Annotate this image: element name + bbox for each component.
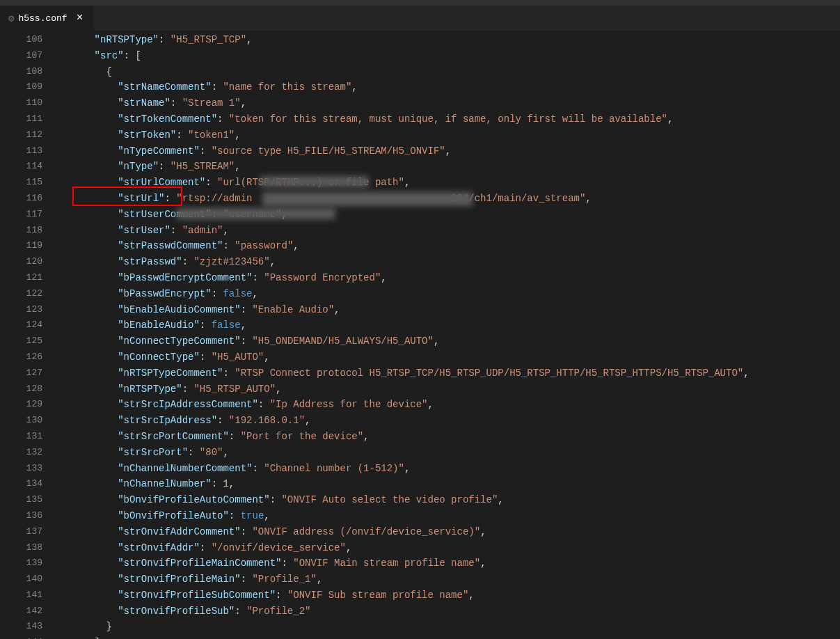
token-prop: "strUserComment" [118, 209, 211, 220]
code-line[interactable]: "strUser": "admin", [58, 223, 840, 239]
token-str: "Port for the device" [241, 431, 363, 442]
token-str: "rtsp://admin 264/ch1/main/av_stream" [176, 193, 585, 204]
token-punct: , [743, 368, 749, 379]
token-prop: "strOnvifProfileSubComment" [118, 590, 276, 601]
code-line[interactable]: "bEnableAudio": false, [58, 317, 840, 333]
token-prop: "bPasswdEncryptComment" [118, 272, 252, 283]
line-number: 127 [8, 365, 58, 381]
code-line[interactable]: "strUrl": "rtsp://admin 264/ch1/main/av_… [58, 191, 840, 207]
token-punct: : [217, 415, 229, 426]
code-line[interactable]: "bPasswdEncrypt": false, [58, 286, 840, 302]
token-str: "Stream 1" [182, 97, 241, 109]
code-line[interactable]: "strOnvifProfileSubComment": "ONVIF Sub … [58, 587, 840, 604]
token-punct: : [217, 113, 229, 125]
line-number: 134 [8, 476, 58, 492]
code-line[interactable]: "nType": "H5_STREAM", [58, 159, 840, 175]
line-number: 125 [8, 333, 58, 349]
code-line[interactable]: "strUserComment": "username", [58, 207, 840, 223]
token-punct: : [182, 384, 194, 395]
code-line[interactable]: "strTokenComment": "token for this strea… [58, 111, 840, 127]
line-number: 107 [8, 48, 58, 64]
token-str: "Enable Audio" [252, 304, 334, 315]
close-icon[interactable]: × [74, 13, 86, 24]
token-punct: , [317, 574, 322, 585]
token-punct: : [212, 288, 223, 299]
code-line[interactable]: "nRTSPType": "H5_RTSP_TCP", [58, 32, 840, 48]
code-line[interactable]: { [58, 64, 840, 80]
line-number: 132 [8, 445, 58, 461]
editor-tab[interactable]: ⚙ h5ss.conf × [0, 6, 95, 31]
token-punct: : [235, 606, 246, 617]
code-line[interactable]: "strOnvifAddr": "/onvif/device_service", [58, 540, 840, 556]
token-prop: "bEnableAudio" [118, 320, 200, 331]
code-line[interactable]: "nChannelNumberComment": "Channel number… [58, 461, 840, 477]
code-line[interactable]: "nChannelNumber": 1, [58, 476, 840, 492]
activity-strip [0, 31, 8, 639]
token-str: "ONVIF Auto select the video profile" [281, 494, 498, 505]
code-line[interactable]: "nConnectTypeComment": "H5_ONDEMAND/H5_A… [58, 333, 840, 349]
token-str: "username" [223, 209, 281, 220]
code-line[interactable]: "strName": "Stream 1", [58, 95, 840, 111]
code-line[interactable]: "strOnvifProfileMainComment": "ONVIF Mai… [58, 555, 840, 571]
line-number: 114 [8, 159, 58, 175]
line-number: 106 [8, 32, 58, 48]
line-number: 118 [8, 223, 58, 239]
token-str: "192.168.0.1" [229, 415, 305, 426]
code-line[interactable]: "bEnableAudioComment": "Enable Audio", [58, 302, 840, 318]
line-number: 113 [8, 143, 58, 159]
code-line[interactable]: "nRTSPTypeComment": "RTSP Connect protoc… [58, 365, 840, 381]
code-line[interactable]: "strPasswd": "zjzt#123456", [58, 254, 840, 270]
code-line[interactable]: ] [58, 635, 840, 639]
code-line[interactable]: "bOnvifProfileAutoComment": "ONVIF Auto … [58, 492, 840, 508]
code-line[interactable]: "strOnvifAddrComment": "ONVIF address (/… [58, 524, 840, 540]
token-str: "80" [200, 447, 223, 458]
token-punct: , [667, 113, 673, 125]
code-line[interactable]: "strSrcIpAddress": "192.168.0.1", [58, 413, 840, 429]
token-str: "ONVIF address (/onvif/device_service)" [252, 526, 480, 537]
code-line[interactable]: "src": [ [58, 48, 840, 64]
token-punct: } [106, 621, 111, 632]
code-line[interactable]: } [58, 619, 840, 635]
code-line[interactable]: "strPasswdComment": "password", [58, 238, 840, 254]
token-prop: "nChannelNumberComment" [118, 463, 252, 474]
token-prop: "strOnvifProfileMainComment" [118, 558, 281, 569]
code-line[interactable]: "nConnectType": "H5_AUTO", [58, 349, 840, 365]
token-bool: false [212, 320, 241, 331]
code-line[interactable]: "nRTSPType": "H5_RTSP_AUTO", [58, 381, 840, 397]
token-prop: "strPasswdComment" [118, 240, 223, 251]
token-prop: "nRTSPType" [118, 384, 182, 395]
token-str: "H5_RTSP_AUTO" [193, 384, 276, 395]
token-prop: "bOnvifProfileAuto" [118, 510, 229, 521]
token-punct: , [276, 384, 281, 395]
token-punct: , [223, 447, 228, 458]
token-punct: : [252, 463, 264, 474]
line-number: 115 [8, 175, 58, 191]
token-str: "token1" [188, 129, 235, 141]
line-number: 135 [8, 492, 58, 508]
code-line[interactable]: "strToken": "token1", [58, 127, 840, 143]
token-punct: , [445, 145, 451, 157]
token-punct: : [241, 336, 253, 347]
line-number: 143 [8, 619, 58, 635]
code-line[interactable]: "strUrlComment": "url(RTSP/RTMP...) or f… [58, 175, 840, 191]
line-number: 128 [8, 381, 58, 397]
code-line[interactable]: "strSrcPort": "80", [58, 445, 840, 461]
line-number: 126 [8, 349, 58, 365]
code-line[interactable]: "bOnvifProfileAuto": true, [58, 508, 840, 524]
token-prop: "nConnectType" [118, 352, 200, 363]
code-area[interactable]: "nRTSPType": "H5_RTSP_TCP", "src": [ { "… [58, 31, 840, 639]
line-number: 130 [8, 413, 58, 429]
code-line[interactable]: "strSrcIpAddressComment": "Ip Address fo… [58, 397, 840, 413]
code-line[interactable]: "nTypeComment": "source type H5_FILE/H5_… [58, 143, 840, 159]
token-punct: : [258, 399, 270, 410]
token-punct: , [480, 558, 486, 569]
token-punct: , [293, 240, 299, 251]
code-line[interactable]: "strNameComment": "name for this stream"… [58, 79, 840, 95]
tab-bar: ⚙ h5ss.conf × [0, 6, 840, 31]
code-line[interactable]: "strSrcPortComment": "Port for the devic… [58, 429, 840, 445]
code-line[interactable]: "strOnvifProfileMain": "Profile_1", [58, 571, 840, 587]
line-number: 138 [8, 540, 58, 556]
code-line[interactable]: "strOnvifProfileSub": "Profile_2" [58, 604, 840, 620]
line-number: 120 [8, 254, 58, 270]
code-line[interactable]: "bPasswdEncryptComment": "Password Encry… [58, 270, 840, 286]
